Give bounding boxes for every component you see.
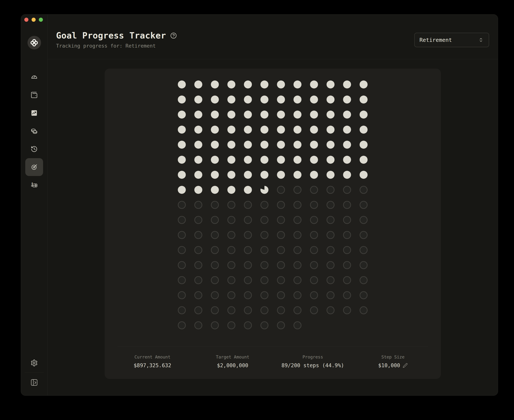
progress-dot xyxy=(310,156,318,164)
progress-dot xyxy=(327,171,335,179)
progress-dot xyxy=(277,261,285,269)
close-window-button[interactable] xyxy=(24,18,29,22)
progress-dot xyxy=(178,96,186,104)
progress-dot xyxy=(310,126,318,134)
progress-dot xyxy=(211,246,219,254)
progress-dot xyxy=(277,276,285,284)
progress-dot xyxy=(244,306,252,314)
progress-dot xyxy=(310,231,318,239)
progress-dot xyxy=(310,291,318,299)
progress-dot xyxy=(211,261,219,269)
progress-dot xyxy=(327,306,335,314)
progress-dot xyxy=(310,81,318,89)
progress-dot xyxy=(294,291,301,299)
progress-dot xyxy=(178,306,186,314)
progress-dot xyxy=(228,81,235,89)
sidebar-item-goals[interactable] xyxy=(25,158,43,176)
progress-dot xyxy=(360,126,368,134)
sidebar-item-budget[interactable]: $ xyxy=(25,176,43,194)
progress-dot xyxy=(228,186,235,194)
progress-dot xyxy=(178,126,186,134)
progress-dot xyxy=(178,321,186,329)
progress-dot xyxy=(228,171,235,179)
progress-dot xyxy=(228,126,235,134)
dot-grid xyxy=(178,81,368,329)
progress-dot xyxy=(261,246,269,254)
sidebar-item-history[interactable] xyxy=(25,140,43,158)
progress-dot xyxy=(360,306,368,314)
progress-dot xyxy=(178,231,186,239)
progress-dot xyxy=(327,126,335,134)
progress-dot xyxy=(294,141,301,149)
progress-dot xyxy=(327,261,335,269)
sidebar-item-wallet[interactable] xyxy=(25,86,43,104)
sidebar-item-charts[interactable] xyxy=(25,104,43,122)
stat-value: 89/200 steps (44.9%) xyxy=(281,362,344,368)
progress-dot xyxy=(244,186,252,194)
progress-dot xyxy=(277,306,285,314)
progress-dot xyxy=(294,186,301,194)
progress-dot xyxy=(228,111,235,119)
progress-dot xyxy=(261,306,269,314)
progress-dot xyxy=(178,186,186,194)
sidebar-item-settings[interactable] xyxy=(25,355,43,371)
progress-dot xyxy=(360,291,368,299)
progress-dot xyxy=(327,231,335,239)
chart-trending-up-icon xyxy=(30,109,38,117)
progress-dot xyxy=(294,81,301,89)
progress-dot xyxy=(244,111,252,119)
progress-dot xyxy=(194,216,202,224)
progress-dot xyxy=(294,306,301,314)
progress-dot xyxy=(261,81,269,89)
progress-dot xyxy=(310,306,318,314)
goal-select[interactable]: Retirement xyxy=(414,33,489,47)
progress-dot xyxy=(261,291,269,299)
chevrons-up-down-icon xyxy=(478,37,484,43)
stat-step-size: Step Size $10,000 xyxy=(353,355,433,368)
sidebar-item-dashboard[interactable] xyxy=(25,68,43,86)
app-logo[interactable] xyxy=(28,36,41,49)
progress-dot xyxy=(194,96,202,104)
progress-dot xyxy=(360,201,368,209)
progress-dot xyxy=(360,246,368,254)
progress-dot xyxy=(343,261,351,269)
step-size-value: $10,000 xyxy=(378,362,400,368)
edit-step-size-icon[interactable] xyxy=(403,363,408,368)
progress-dot xyxy=(178,171,186,179)
help-icon[interactable] xyxy=(170,32,177,39)
progress-dot xyxy=(343,81,351,89)
progress-dot xyxy=(194,81,202,89)
stat-progress: Progress 89/200 steps (44.9%) xyxy=(273,355,353,368)
page-header: Goal Progress Tracker Tracking progress … xyxy=(48,15,498,59)
minimize-window-button[interactable] xyxy=(32,18,36,22)
settings-gear-icon xyxy=(30,359,38,367)
progress-dot xyxy=(327,201,335,209)
progress-dot xyxy=(194,246,202,254)
progress-dot xyxy=(228,291,235,299)
maximize-window-button[interactable] xyxy=(39,18,43,22)
sidebar-divider xyxy=(24,373,44,373)
progress-dot xyxy=(261,321,269,329)
goal-progress-card: Current Amount $897,325.632 Target Amoun… xyxy=(104,68,441,379)
sidebar-item-coins[interactable] xyxy=(25,122,43,140)
progress-dot xyxy=(261,186,269,194)
progress-dot xyxy=(294,216,301,224)
expand-sidebar-button[interactable] xyxy=(25,374,43,391)
progress-dot xyxy=(244,291,252,299)
progress-dot xyxy=(277,96,285,104)
app-window: $ xyxy=(21,14,498,396)
progress-dot xyxy=(327,96,335,104)
progress-dot xyxy=(261,156,269,164)
progress-dot xyxy=(228,321,235,329)
progress-dot xyxy=(310,141,318,149)
progress-dot xyxy=(310,276,318,284)
progress-dot xyxy=(360,141,368,149)
content-area: Current Amount $897,325.632 Target Amoun… xyxy=(48,59,498,396)
progress-dot xyxy=(261,261,269,269)
progress-dot xyxy=(244,96,252,104)
gauge-icon xyxy=(30,73,38,81)
progress-dot xyxy=(310,261,318,269)
progress-dot xyxy=(327,216,335,224)
progress-dot xyxy=(277,141,285,149)
progress-dot xyxy=(211,186,219,194)
